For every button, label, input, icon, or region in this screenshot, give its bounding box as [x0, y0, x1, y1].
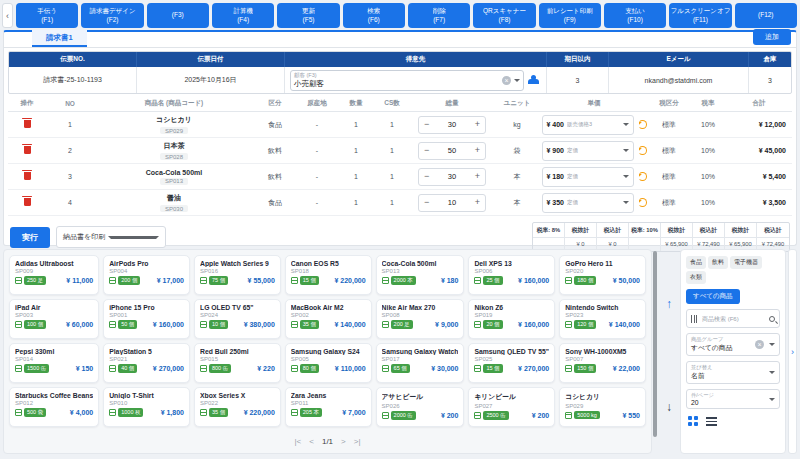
- sidebar-expand-icon[interactable]: [788, 249, 797, 454]
- function-key-button[interactable]: 手伝う (F1): [16, 3, 78, 28]
- unit-price-select[interactable]: ¥ 350 定価: [542, 193, 634, 213]
- add-customer-icon[interactable]: [528, 74, 541, 86]
- stepper-minus-icon[interactable]: −: [424, 120, 429, 129]
- product-card[interactable]: Uniqlo T-Shirt SP010 1000 枚 ¥ 1,800: [103, 387, 190, 427]
- function-key-button[interactable]: QRスキャナー (F8): [473, 3, 535, 28]
- stepper-minus-icon[interactable]: −: [424, 198, 429, 207]
- product-card[interactable]: Adidas Ultraboost SP009 250 足 ¥ 11,000: [9, 255, 99, 295]
- scroll-up-icon[interactable]: [666, 297, 672, 311]
- page-next-icon[interactable]: >: [341, 437, 346, 446]
- product-card[interactable]: Samsung Galaxy S24 SP005 80 個 ¥ 110,000: [285, 343, 372, 383]
- page-first-icon[interactable]: |<: [295, 437, 302, 446]
- unit-price-select[interactable]: ¥ 180 定価: [542, 167, 634, 187]
- function-key-button[interactable]: フルスクリーンオフ (F11): [669, 3, 731, 28]
- product-card[interactable]: MacBook Air M2 SP002 35 個 ¥ 140,000: [285, 299, 372, 339]
- product-card[interactable]: Coca-Cola 500ml SP013 2000 本 ¥ 180: [376, 255, 465, 295]
- product-card[interactable]: iPhone 15 Pro SP001 50 個 ¥ 160,000: [103, 299, 190, 339]
- function-key-button[interactable]: 検索 (F6): [343, 3, 405, 28]
- product-card[interactable]: GoPro Hero 11 SP020 180 個 ¥ 50,000: [559, 255, 646, 295]
- category-chip[interactable]: 飲料: [708, 256, 728, 269]
- customer-caret-icon[interactable]: [514, 79, 520, 82]
- unit-price-select[interactable]: ¥ 400 販売価格3: [542, 115, 634, 135]
- grid-view-icon[interactable]: [688, 416, 698, 426]
- product-card[interactable]: Zara Jeans SP011 205 本 ¥ 7,000: [285, 387, 372, 427]
- all-products-button[interactable]: すべての商品: [686, 289, 740, 304]
- customer-select[interactable]: 顧客 (F3) 小売顧客: [290, 70, 524, 91]
- refresh-price-icon[interactable]: [638, 172, 647, 181]
- stepper-plus-icon[interactable]: +: [475, 146, 480, 155]
- execute-button[interactable]: 実行: [10, 227, 50, 248]
- product-card[interactable]: Pepsi 330ml SP014 1500 缶 ¥ 150: [9, 343, 99, 383]
- stepper-minus-icon[interactable]: −: [424, 172, 429, 181]
- function-key-button[interactable]: (F3): [147, 3, 209, 28]
- product-card[interactable]: Canon EOS R5 SP018 15 個 ¥ 220,000: [285, 255, 372, 295]
- product-card[interactable]: Nikon Z6 SP019 20 個 ¥ 160,000: [468, 299, 555, 339]
- quantity-stepper[interactable]: − 30 +: [418, 116, 486, 134]
- stepper-value[interactable]: 50: [448, 146, 456, 155]
- function-key-button[interactable]: 前レシート印刷 (F9): [539, 3, 601, 28]
- per-page-select[interactable]: 件/ページ 20: [686, 389, 780, 409]
- product-card[interactable]: Xbox Series X SP022 35 個 ¥ 220,000: [194, 387, 281, 427]
- function-key-button[interactable]: (F12): [735, 3, 797, 28]
- product-card[interactable]: iPad Air SP003 100 個 ¥ 60,000: [9, 299, 99, 339]
- delete-row-icon[interactable]: [24, 120, 31, 128]
- function-key-button[interactable]: 支払い (F10): [604, 3, 666, 28]
- add-invoice-button[interactable]: 追加: [753, 29, 791, 45]
- product-card[interactable]: Nike Air Max 270 SP008 200 足 ¥ 9,000: [376, 299, 465, 339]
- refresh-price-icon[interactable]: [638, 120, 647, 129]
- delete-row-icon[interactable]: [24, 198, 31, 206]
- product-card[interactable]: LG OLED TV 65" SP024 10 個 ¥ 380,000: [194, 299, 281, 339]
- group-clear-icon[interactable]: [755, 340, 764, 349]
- product-search-input[interactable]: [702, 316, 766, 322]
- product-card[interactable]: Nintendo Switch SP023 120 個 ¥ 140,000: [559, 299, 646, 339]
- tab-invoice-1[interactable]: 請求書1: [32, 30, 87, 47]
- function-key-button[interactable]: 更新 (F5): [277, 3, 339, 28]
- delete-row-icon[interactable]: [24, 172, 31, 180]
- search-icon[interactable]: [769, 316, 775, 322]
- category-chip[interactable]: 食品: [686, 256, 706, 269]
- print-action-select[interactable]: 納品書を印刷: [56, 226, 166, 248]
- page-last-icon[interactable]: >|: [354, 437, 361, 446]
- product-card[interactable]: コシヒカリ SP029 5000 kg ¥ 550: [559, 387, 646, 427]
- page-prev-icon[interactable]: <: [309, 437, 314, 446]
- function-key-button[interactable]: 請求書デザイン (F2): [81, 3, 143, 28]
- product-card[interactable]: Samsung QLED TV 55" SP025 15 個 ¥ 270,000: [468, 343, 555, 383]
- product-card[interactable]: AirPods Pro SP004 200 個 ¥ 17,000: [103, 255, 190, 295]
- stepper-minus-icon[interactable]: −: [424, 146, 429, 155]
- stepper-plus-icon[interactable]: +: [475, 120, 480, 129]
- refresh-price-icon[interactable]: [638, 198, 647, 207]
- product-search-box[interactable]: [686, 309, 780, 328]
- quantity-stepper[interactable]: − 50 +: [418, 142, 486, 160]
- grid-scrollbar-thumb[interactable]: [653, 251, 657, 437]
- product-card[interactable]: PlayStation 5 SP021 40 個 ¥ 270,000: [103, 343, 190, 383]
- stepper-plus-icon[interactable]: +: [475, 172, 480, 181]
- product-card[interactable]: Sony WH-1000XM5 SP007 150 個 ¥ 22,000: [559, 343, 646, 383]
- stepper-value[interactable]: 10: [448, 198, 456, 207]
- category-chip[interactable]: 電子機器: [730, 256, 762, 269]
- product-group-select[interactable]: 商品グループ すべての商品: [686, 333, 780, 356]
- product-card[interactable]: アサヒビール SP026 2000 缶 ¥ 200: [376, 387, 465, 427]
- refresh-price-icon[interactable]: [638, 146, 647, 155]
- function-key-button[interactable]: 削除 (F7): [408, 3, 470, 28]
- quantity-stepper[interactable]: − 30 +: [418, 168, 486, 186]
- customer-clear-icon[interactable]: [502, 76, 511, 85]
- scroll-down-icon[interactable]: [666, 400, 672, 414]
- category-chip[interactable]: 衣類: [686, 271, 706, 284]
- quantity-stepper[interactable]: − 10 +: [418, 194, 486, 212]
- product-card[interactable]: Starbucks Coffee Beans SP012 500 袋 ¥ 4,0…: [9, 387, 99, 427]
- voucher-date-value[interactable]: 2025年10月16日: [137, 67, 285, 93]
- product-card[interactable]: キリンビール SP027 2500 缶 ¥ 200: [468, 387, 555, 427]
- list-view-icon[interactable]: [706, 417, 717, 426]
- stepper-value[interactable]: 30: [448, 120, 456, 129]
- delete-row-icon[interactable]: [24, 146, 31, 154]
- stepper-plus-icon[interactable]: +: [475, 198, 480, 207]
- product-card[interactable]: Samsung Galaxy Watch SP017 65 個 ¥ 30,000: [376, 343, 465, 383]
- stepper-value[interactable]: 30: [448, 172, 456, 181]
- function-key-button[interactable]: 計算機 (F4): [212, 3, 274, 28]
- sort-select[interactable]: 並び替え 名前: [686, 361, 780, 384]
- product-card[interactable]: Apple Watch Series 9 SP016 75 個 ¥ 55,000: [194, 255, 281, 295]
- unit-price-select[interactable]: ¥ 900 定価: [542, 141, 634, 161]
- product-card[interactable]: Red Bull 250ml SP015 800 缶 ¥ 220: [194, 343, 281, 383]
- product-card[interactable]: Dell XPS 13 SP006 25 個 ¥ 160,000: [468, 255, 555, 295]
- toolbar-collapse-icon[interactable]: [2, 3, 13, 28]
